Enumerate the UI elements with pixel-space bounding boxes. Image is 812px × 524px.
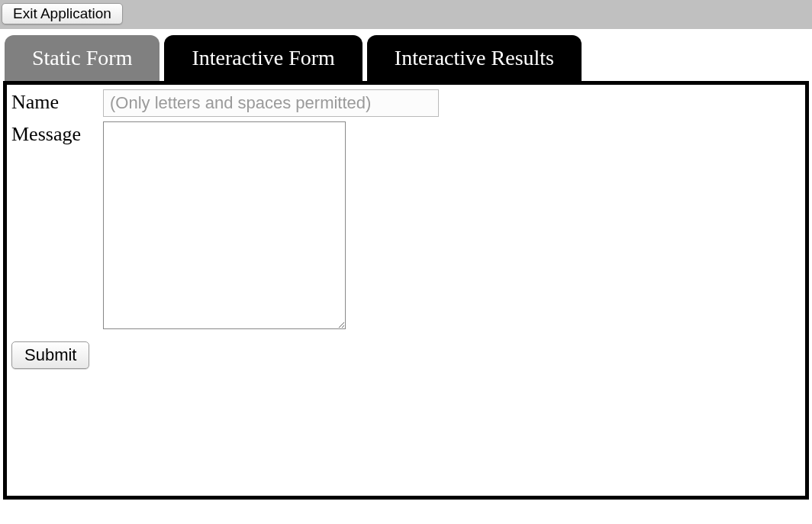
exit-application-button[interactable]: Exit Application — [2, 3, 123, 24]
submit-row: Submit — [11, 341, 801, 369]
message-label: Message — [11, 121, 103, 146]
tab-interactive-form[interactable]: Interactive Form — [164, 35, 362, 81]
tabs-list: Static Form Interactive Form Interactive… — [5, 35, 812, 81]
tabs-container: Static Form Interactive Form Interactive… — [0, 35, 812, 81]
tab-interactive-results[interactable]: Interactive Results — [367, 35, 582, 81]
form-panel: Name Message Submit — [3, 81, 809, 500]
top-toolbar: Exit Application — [0, 0, 812, 29]
name-row: Name — [11, 89, 801, 117]
name-input[interactable] — [103, 89, 439, 117]
message-textarea[interactable] — [103, 121, 346, 329]
message-row: Message — [11, 121, 801, 329]
tab-static-form[interactable]: Static Form — [5, 35, 160, 81]
name-label: Name — [11, 89, 103, 114]
submit-button[interactable]: Submit — [11, 341, 89, 369]
